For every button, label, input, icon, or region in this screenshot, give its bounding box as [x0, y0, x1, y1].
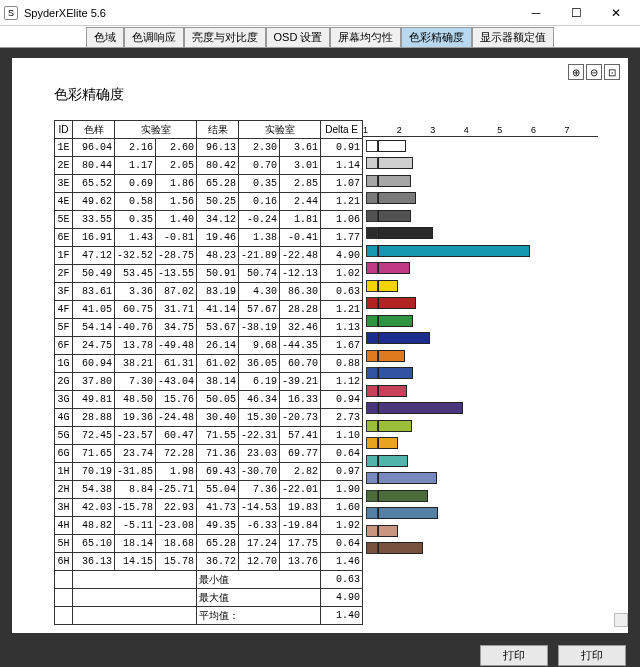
zoom-out-button[interactable]: ⊖	[586, 64, 602, 80]
table-row: 1H70.19-31.851.9869.43-30.702.820.97	[55, 463, 363, 481]
tab-tone[interactable]: 色调响应	[124, 27, 184, 47]
chart-bar-row	[363, 400, 598, 418]
page-title: 色彩精确度	[54, 86, 598, 104]
color-swatch	[366, 262, 378, 274]
color-swatch	[366, 385, 378, 397]
table-row: 2H54.388.84-25.7155.047.36-22.011.90	[55, 481, 363, 499]
th-id: ID	[55, 121, 73, 139]
color-swatch	[366, 490, 378, 502]
axis-tick: 3	[430, 125, 464, 135]
table-row: 2G37.807.30-43.0438.146.19-39.211.12	[55, 373, 363, 391]
window-title: SpyderXElite 5.6	[24, 7, 516, 19]
chart-bar-row	[363, 260, 598, 278]
minimize-button[interactable]: ─	[516, 1, 556, 25]
summary-row: 最小值0.63	[55, 571, 363, 589]
table-row: 4F41.0560.7531.7141.1457.6728.281.21	[55, 301, 363, 319]
color-swatch	[366, 402, 378, 414]
table-row: 6H36.1314.1515.7836.7212.7013.761.46	[55, 553, 363, 571]
chart-bar-row	[363, 330, 598, 348]
close-button[interactable]: ✕	[596, 1, 636, 25]
chart-bar-row	[363, 365, 598, 383]
table-row: 2E80.441.172.0580.420.703.011.14	[55, 157, 363, 175]
print-button-2[interactable]: 打印	[558, 645, 626, 666]
table-row: 4H48.82-5.11-23.0849.35-6.33-19.841.92	[55, 517, 363, 535]
color-swatch	[366, 367, 378, 379]
chart-bar-row	[363, 470, 598, 488]
table-row: 4E49.620.581.5650.250.162.441.21	[55, 193, 363, 211]
delta-e-bar	[378, 367, 413, 379]
delta-e-bar	[378, 472, 437, 484]
th-lab2: 实验室	[239, 121, 321, 139]
delta-e-bar	[378, 157, 413, 169]
tab-brightness[interactable]: 亮度与对比度	[184, 27, 266, 47]
table-row: 1G60.9438.2161.3161.0236.0560.700.88	[55, 355, 363, 373]
table-row: 6E16.911.43-0.8119.461.38-0.411.77	[55, 229, 363, 247]
tab-gamut[interactable]: 色域	[86, 27, 124, 47]
axis-tick: 6	[531, 125, 565, 135]
tab-uniformity[interactable]: 屏幕均匀性	[330, 27, 401, 47]
chart-bar-row	[363, 190, 598, 208]
th-sample: 色样	[73, 121, 115, 139]
color-swatch	[366, 140, 378, 152]
delta-e-bar	[378, 437, 398, 449]
delta-e-bar	[378, 280, 398, 292]
delta-e-bar	[378, 542, 423, 554]
table-row: 3F83.613.3687.0283.194.3086.300.63	[55, 283, 363, 301]
axis-tick: 2	[397, 125, 431, 135]
table-row: 4G28.8819.36-24.4830.4015.30-20.732.73	[55, 409, 363, 427]
color-swatch	[366, 455, 378, 467]
delta-e-chart: 1234567	[363, 120, 598, 625]
delta-e-bar	[378, 297, 416, 309]
delta-e-bar	[378, 385, 407, 397]
report-page: ⊕ ⊖ ⊡ 色彩精确度 ID 色样 实验室 结果 实验室 Delta E 1E9…	[12, 58, 628, 633]
table-row: 5E33.550.351.4034.12-0.241.811.06	[55, 211, 363, 229]
color-swatch	[366, 157, 378, 169]
footer: 打印 打印	[0, 643, 640, 667]
color-swatch	[366, 437, 378, 449]
tab-osd[interactable]: OSD 设置	[266, 27, 331, 47]
table-row: 3G49.8148.5015.7650.0546.3416.330.94	[55, 391, 363, 409]
color-swatch	[366, 507, 378, 519]
chart-bar-row	[363, 207, 598, 225]
delta-e-bar	[378, 402, 463, 414]
color-swatch	[366, 280, 378, 292]
color-swatch	[366, 227, 378, 239]
axis-tick: 4	[464, 125, 498, 135]
zoom-in-button[interactable]: ⊕	[568, 64, 584, 80]
th-result: 结果	[197, 121, 239, 139]
color-swatch	[366, 192, 378, 204]
th-delta: Delta E	[321, 121, 363, 139]
tab-color-accuracy[interactable]: 色彩精确度	[401, 27, 472, 47]
delta-e-bar	[378, 140, 406, 152]
table-row: 5H65.1018.1418.6865.2817.2417.750.64	[55, 535, 363, 553]
tab-rated[interactable]: 显示器额定值	[472, 27, 554, 47]
chart-bar-row	[363, 452, 598, 470]
delta-e-bar	[378, 350, 405, 362]
delta-e-bar	[378, 210, 411, 222]
print-button-1[interactable]: 打印	[480, 645, 548, 666]
table-row: 3E65.520.691.8665.280.352.851.07	[55, 175, 363, 193]
content-area: ⊕ ⊖ ⊡ 色彩精确度 ID 色样 实验室 结果 实验室 Delta E 1E9…	[0, 48, 640, 643]
chart-bar-row	[363, 312, 598, 330]
chart-bar-row	[363, 505, 598, 523]
table-row: 1E96.042.162.6096.132.303.610.91	[55, 139, 363, 157]
color-swatch	[366, 542, 378, 554]
chart-bar-row	[363, 225, 598, 243]
axis-tick: 7	[564, 125, 598, 135]
table-row: 6F24.7513.78-49.4826.149.68-44.351.67	[55, 337, 363, 355]
scroll-indicator[interactable]	[614, 613, 628, 627]
chart-bar-row	[363, 435, 598, 453]
chart-bar-row	[363, 172, 598, 190]
delta-e-bar	[378, 455, 408, 467]
delta-e-bar	[378, 245, 530, 257]
maximize-button[interactable]: ☐	[556, 1, 596, 25]
table-row: 5F54.14-40.7634.7553.67-38.1932.461.13	[55, 319, 363, 337]
chart-bar-row	[363, 382, 598, 400]
chart-bar-row	[363, 277, 598, 295]
delta-e-bar	[378, 332, 430, 344]
chart-bar-row	[363, 137, 598, 155]
table-row: 1F47.12-32.52-28.7548.23-21.89-22.484.90	[55, 247, 363, 265]
table-row: 2F50.4953.45-13.5550.9150.74-12.131.02	[55, 265, 363, 283]
zoom-fit-button[interactable]: ⊡	[604, 64, 620, 80]
chart-bar-row	[363, 522, 598, 540]
